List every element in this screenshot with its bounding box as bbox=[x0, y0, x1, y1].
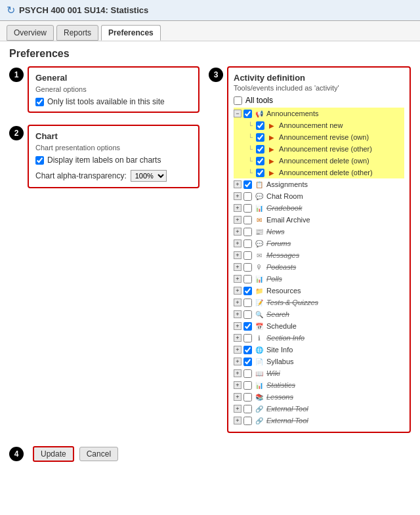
expand-externaltool2[interactable]: + bbox=[234, 417, 242, 424]
expand-announcements[interactable]: − bbox=[234, 110, 242, 117]
list-item-assignments: + 📋 Assignments bbox=[234, 178, 404, 190]
expand-emailarchive[interactable]: + bbox=[234, 216, 242, 224]
tab-overview[interactable]: Overview bbox=[7, 25, 54, 41]
checkbox-siteinfo[interactable] bbox=[243, 346, 252, 354]
only-list-tools-label: Only list tools available in this site bbox=[47, 97, 165, 106]
checkbox-lessons[interactable] bbox=[243, 393, 252, 402]
list-item-syllabus: + 📄 Syllabus bbox=[234, 356, 404, 367]
expand-assignments[interactable]: + bbox=[234, 180, 242, 188]
expand-schedule[interactable]: + bbox=[234, 322, 242, 330]
all-tools-row: All tools bbox=[234, 96, 404, 105]
expand-gradebook[interactable]: + bbox=[234, 204, 242, 212]
checkbox-forums[interactable] bbox=[243, 239, 252, 248]
checkbox-news[interactable] bbox=[243, 228, 252, 236]
tool-name-news: News bbox=[266, 228, 404, 236]
checkbox-podcasts[interactable] bbox=[243, 263, 252, 272]
only-list-tools-checkbox[interactable] bbox=[35, 98, 44, 106]
expand-polls[interactable]: + bbox=[234, 275, 242, 283]
icon-announce-revise-own: ▶ bbox=[266, 132, 277, 142]
expand-resources[interactable]: + bbox=[234, 287, 242, 295]
tool-name-wiki: Wiki bbox=[266, 369, 404, 377]
list-item-statistics: + 📊 Statistics bbox=[234, 379, 404, 391]
alpha-select[interactable]: 100% 90% 80% 70% 60% 50% bbox=[131, 170, 167, 182]
icon-emailarchive: ✉ bbox=[254, 215, 264, 225]
all-tools-checkbox[interactable] bbox=[234, 96, 242, 105]
checkbox-wiki[interactable] bbox=[243, 369, 252, 378]
icon-resources: 📁 bbox=[254, 285, 264, 296]
display-labels-checkbox[interactable] bbox=[35, 156, 44, 165]
list-item-announcements: − 📢 Announcements bbox=[234, 108, 404, 119]
expand-siteinfo[interactable]: + bbox=[234, 346, 242, 354]
checkbox-polls[interactable] bbox=[243, 275, 252, 283]
checkbox-gradebook[interactable] bbox=[243, 204, 252, 213]
checkbox-sectioninfo[interactable] bbox=[243, 334, 252, 342]
checkbox-announce-delete-own[interactable] bbox=[256, 157, 264, 165]
checkbox-schedule[interactable] bbox=[243, 322, 252, 331]
checkbox-chatroom[interactable] bbox=[243, 192, 252, 201]
expand-externaltool1[interactable]: + bbox=[234, 405, 242, 413]
tool-name-announce-revise-own: Announcement revise (own) bbox=[279, 133, 404, 141]
checkbox-announce-revise-other[interactable] bbox=[256, 145, 264, 154]
checkbox-announcements[interactable] bbox=[243, 110, 252, 118]
checkbox-externaltool1[interactable] bbox=[243, 405, 252, 413]
tab-reports[interactable]: Reports bbox=[56, 25, 98, 41]
expand-testsquizzes[interactable]: + bbox=[234, 299, 242, 306]
activity-title: Activity definition bbox=[234, 73, 404, 83]
checkbox-assignments[interactable] bbox=[243, 180, 252, 189]
icon-schedule: 📅 bbox=[254, 321, 264, 331]
list-item-lessons: + 📚 Lessons bbox=[234, 391, 404, 403]
list-item-externaltool2: + 🔗 External Tool bbox=[234, 415, 404, 426]
checkbox-announce-new[interactable] bbox=[256, 121, 264, 130]
checkbox-emailarchive[interactable] bbox=[243, 216, 252, 224]
expand-statistics[interactable]: + bbox=[234, 381, 242, 389]
tool-name-polls: Polls bbox=[266, 275, 404, 283]
list-item-search: + 🔍 Search bbox=[234, 308, 404, 320]
icon-externaltool2: 🔗 bbox=[254, 415, 264, 426]
icon-syllabus: 📄 bbox=[254, 356, 264, 367]
checkbox-externaltool2[interactable] bbox=[243, 417, 252, 425]
alpha-label: Chart alpha-transparency: bbox=[35, 171, 127, 180]
tool-name-resources: Resources bbox=[266, 287, 404, 295]
icon-siteinfo: 🌐 bbox=[254, 344, 264, 355]
general-section: General General options Only list tools … bbox=[28, 66, 200, 113]
expand-chatroom[interactable]: + bbox=[234, 192, 242, 200]
checkbox-announce-revise-own[interactable] bbox=[256, 133, 264, 142]
expand-sectioninfo[interactable]: + bbox=[234, 334, 242, 342]
sub-item-announce-revise-own: └ ▶ Announcement revise (own) bbox=[234, 131, 404, 143]
cancel-button[interactable]: Cancel bbox=[79, 447, 118, 461]
checkbox-search[interactable] bbox=[243, 310, 252, 319]
list-item-externaltool1: + 🔗 External Tool bbox=[234, 403, 404, 415]
tool-name-messages: Messages bbox=[266, 251, 404, 259]
tool-name-podcasts: Podcasts bbox=[266, 263, 404, 271]
tool-name-chatroom: Chat Room bbox=[266, 192, 404, 200]
checkbox-statistics[interactable] bbox=[243, 381, 252, 390]
expand-syllabus[interactable]: + bbox=[234, 358, 242, 365]
checkbox-announce-delete-other[interactable] bbox=[256, 169, 264, 177]
expand-forums[interactable]: + bbox=[234, 239, 242, 247]
expand-search[interactable]: + bbox=[234, 310, 242, 318]
expand-podcasts[interactable]: + bbox=[234, 263, 242, 271]
only-list-tools-row[interactable]: Only list tools available in this site bbox=[35, 97, 192, 106]
display-labels-row[interactable]: Display item labels on bar charts bbox=[35, 155, 192, 165]
checkbox-testsquizzes[interactable] bbox=[243, 299, 252, 307]
step-2-badge: 2 bbox=[9, 126, 24, 140]
update-button[interactable]: Update bbox=[33, 446, 74, 462]
checkbox-resources[interactable] bbox=[243, 287, 252, 295]
expand-news[interactable]: + bbox=[234, 228, 242, 236]
expand-messages[interactable]: + bbox=[234, 251, 242, 259]
checkbox-messages[interactable] bbox=[243, 251, 252, 260]
icon-assignments: 📋 bbox=[254, 179, 264, 190]
icon-sectioninfo: ℹ bbox=[254, 333, 264, 343]
page-title: Preferences bbox=[9, 48, 411, 60]
checkbox-syllabus[interactable] bbox=[243, 358, 252, 366]
tree-line: └ bbox=[248, 146, 253, 153]
activity-definition-section: Activity definition Tools/events include… bbox=[227, 66, 411, 433]
expand-wiki[interactable]: + bbox=[234, 369, 242, 377]
list-item-emailarchive: + ✉ Email Archive bbox=[234, 214, 404, 226]
expand-lessons[interactable]: + bbox=[234, 393, 242, 401]
tab-preferences[interactable]: Preferences bbox=[101, 25, 161, 41]
general-title: General bbox=[35, 73, 192, 83]
tool-name-announce-delete-other: Announcement delete (other) bbox=[279, 169, 404, 176]
step-3-badge: 3 bbox=[209, 68, 223, 82]
tool-name-gradebook: Gradebook bbox=[266, 204, 404, 212]
